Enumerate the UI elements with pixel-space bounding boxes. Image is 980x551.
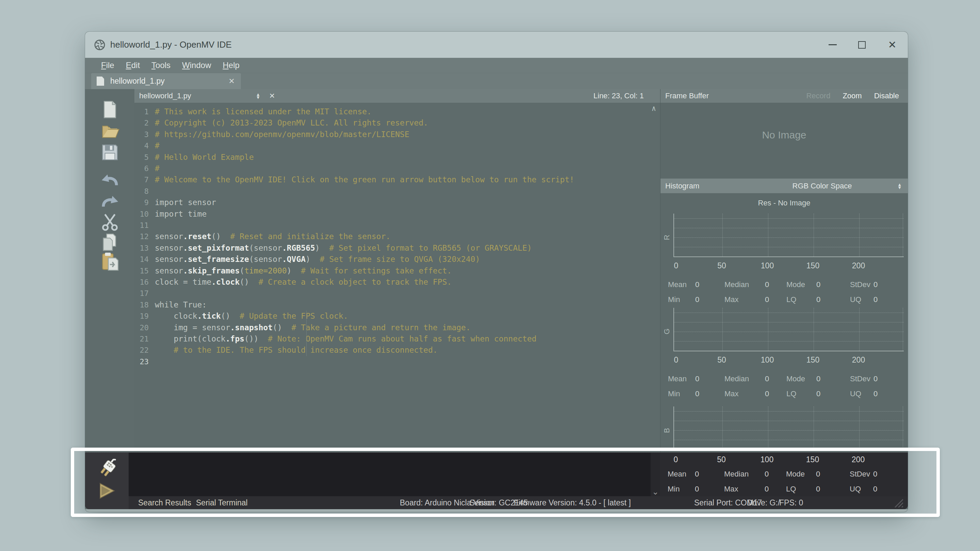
stat-value-stdev: 0 bbox=[873, 375, 878, 383]
code-text: sensor.reset() # Reset and initialize th… bbox=[155, 231, 390, 242]
disable-button[interactable]: Disable bbox=[874, 92, 899, 100]
axis-tick: 200 bbox=[852, 356, 865, 365]
histogram-title: Histogram bbox=[665, 182, 699, 191]
code-line: 2# Copyright (c) 2013-2023 OpenMV LLC. A… bbox=[134, 118, 660, 129]
line-number: 17 bbox=[134, 288, 152, 299]
code-text: sensor.skip_frames(time=2000) # Wait for… bbox=[155, 265, 452, 276]
cut-icon[interactable] bbox=[100, 212, 120, 232]
menu-bar: FileEditToolsWindowHelp bbox=[85, 58, 908, 73]
stat-label-stdev: StDev bbox=[850, 280, 870, 289]
code-line: 22 # to the IDE. The FPS should increase… bbox=[134, 345, 660, 356]
close-icon: ✕ bbox=[888, 39, 896, 51]
axis-tick: 50 bbox=[717, 261, 726, 270]
color-space-arrows-icon[interactable]: ▲▼ bbox=[897, 183, 902, 189]
axis-tick: 200 bbox=[852, 455, 865, 464]
axis-tick: 0 bbox=[674, 455, 678, 464]
stat-value-uq: 0 bbox=[873, 389, 878, 398]
code-text: # Hello World Example bbox=[155, 152, 254, 163]
output-pane-body[interactable] bbox=[129, 453, 651, 496]
tab-label: helloworld_1.py bbox=[110, 76, 165, 86]
menu-item-help[interactable]: Help bbox=[217, 60, 245, 70]
code-text: # Copyright (c) 2013-2023 OpenMV LLC. Al… bbox=[155, 118, 428, 129]
menu-item-window[interactable]: Window bbox=[176, 60, 217, 70]
code-text: sensor.set_pixformat(sensor.RGB565) # Se… bbox=[155, 243, 532, 254]
histogram-blue-stats: 050100150200Mean0Median0Mode0StDev0Min0M… bbox=[660, 453, 908, 496]
editor-scrollbar[interactable]: ⌄ bbox=[651, 453, 660, 496]
scroll-down-icon[interactable]: ⌄ bbox=[652, 487, 659, 496]
axis-tick: 150 bbox=[807, 261, 819, 270]
code-line: 23 bbox=[134, 356, 660, 367]
line-number: 15 bbox=[134, 265, 152, 276]
line-number: 5 bbox=[134, 152, 152, 163]
axis-tick: 0 bbox=[674, 261, 679, 270]
maximize-button[interactable] bbox=[850, 32, 874, 58]
pane-tab-serial-terminal[interactable]: Serial Terminal bbox=[196, 496, 248, 509]
stat-value-median: 0 bbox=[765, 280, 769, 289]
connect-icon[interactable] bbox=[96, 459, 118, 479]
channel-label-g: G bbox=[662, 326, 671, 334]
stat-label-max: Max bbox=[724, 389, 739, 398]
no-image-placeholder: No Image bbox=[660, 129, 908, 141]
status-bar: Search ResultsSerial TerminalBoard: Ardu… bbox=[129, 496, 908, 509]
resolution-label: Res - No Image bbox=[660, 198, 908, 208]
undo-icon[interactable] bbox=[100, 170, 120, 190]
code-area[interactable]: ∧ 1# This work is licensed under the MIT… bbox=[134, 103, 660, 453]
channel-label-r: R bbox=[662, 231, 671, 240]
resize-grip-icon[interactable] bbox=[891, 499, 903, 508]
code-line: 10import time bbox=[134, 208, 660, 220]
line-number: 1 bbox=[134, 106, 152, 118]
open-file-icon[interactable] bbox=[100, 121, 120, 141]
redo-icon[interactable] bbox=[100, 192, 120, 211]
minimize-button[interactable] bbox=[821, 32, 845, 58]
status-firmware-version: Firmware Version: 4.5.0 - [ latest ] bbox=[514, 496, 631, 509]
code-line: 19 clock.tick() # Update the FPS clock. bbox=[134, 311, 660, 322]
new-file-icon[interactable] bbox=[100, 100, 120, 119]
editor-close-icon[interactable]: ✕ bbox=[269, 92, 275, 100]
color-space-select[interactable]: RGB Color Space bbox=[766, 182, 878, 191]
paste-icon[interactable] bbox=[100, 251, 120, 271]
stat-value-mode: 0 bbox=[816, 375, 821, 383]
line-number: 10 bbox=[134, 208, 152, 220]
stat-value-lq: 0 bbox=[816, 295, 821, 304]
close-button[interactable]: ✕ bbox=[880, 32, 904, 58]
stat-value-max: 0 bbox=[765, 295, 769, 304]
title-bar: helloworld_1.py - OpenMV IDE ✕ bbox=[85, 32, 908, 58]
record-button: Record bbox=[806, 92, 830, 100]
copy-icon[interactable] bbox=[100, 232, 120, 252]
line-number: 9 bbox=[134, 197, 152, 208]
code-text: # bbox=[155, 163, 159, 174]
stat-value-min: 0 bbox=[695, 389, 699, 398]
menu-item-file[interactable]: File bbox=[95, 60, 120, 70]
code-line: 3# https://github.com/openmv/openmv/blob… bbox=[134, 129, 660, 140]
stat-value-stdev: 0 bbox=[873, 470, 877, 478]
stat-label-mode: Mode bbox=[786, 470, 805, 478]
bottom-pane: ⌄ 050100150200Mean0Median0Mode0StDev0Min… bbox=[85, 453, 908, 509]
zoom-button[interactable]: Zoom bbox=[843, 92, 862, 100]
stat-value-min: 0 bbox=[695, 295, 699, 304]
pane-tab-search-results[interactable]: Search Results bbox=[138, 496, 191, 509]
openmv-logo-icon bbox=[94, 39, 105, 51]
save-file-icon[interactable] bbox=[100, 143, 120, 162]
line-number: 2 bbox=[134, 118, 152, 129]
menu-item-tools[interactable]: Tools bbox=[146, 60, 176, 70]
axis-tick: 50 bbox=[717, 455, 726, 464]
histogram-header: Histogram RGB Color Space ▲▼ bbox=[660, 179, 908, 193]
tab-helloworld[interactable]: helloworld_1.py ✕ bbox=[91, 73, 241, 89]
code-text: img = sensor.snapshot() # Take a picture… bbox=[155, 322, 471, 333]
stat-label-max: Max bbox=[724, 295, 739, 304]
axis-tick: 150 bbox=[807, 356, 819, 365]
stat-label-min: Min bbox=[668, 485, 679, 494]
stat-value-median: 0 bbox=[765, 470, 769, 478]
stat-value-stdev: 0 bbox=[873, 280, 878, 289]
toolbar bbox=[85, 89, 134, 453]
code-text: clock.tick() # Update the FPS clock. bbox=[155, 311, 348, 322]
histogram-grid-b bbox=[673, 407, 904, 450]
run-script-icon[interactable] bbox=[97, 482, 116, 500]
combo-arrows-icon[interactable]: ▲▼ bbox=[256, 93, 260, 99]
code-line: 18while True: bbox=[134, 299, 660, 311]
window-title: helloworld_1.py - OpenMV IDE bbox=[110, 40, 232, 50]
tab-close-icon[interactable]: ✕ bbox=[229, 77, 235, 86]
line-number: 20 bbox=[134, 322, 152, 333]
menu-item-edit[interactable]: Edit bbox=[120, 60, 146, 70]
open-files-combo[interactable]: helloworld_1.py bbox=[139, 92, 191, 100]
